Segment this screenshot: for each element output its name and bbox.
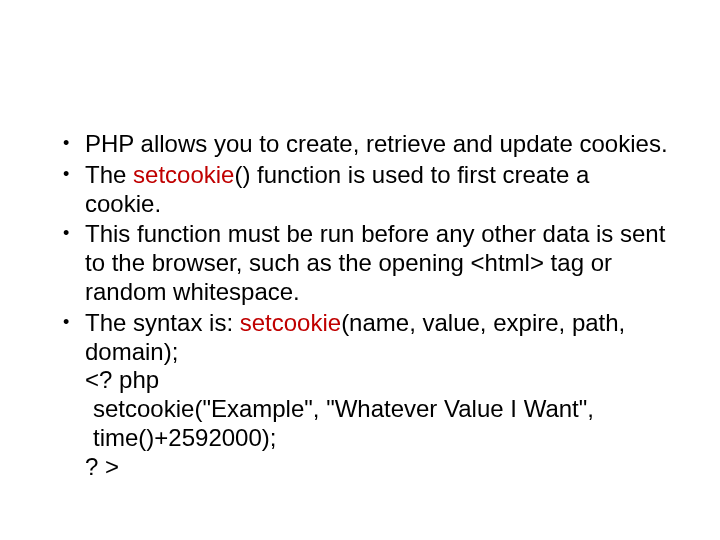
- bullet-text: This function must be run before any oth…: [85, 220, 665, 305]
- code-line: <? php: [85, 366, 670, 395]
- bullet-list: PHP allows you to create, retrieve and u…: [50, 130, 670, 482]
- highlight-text: setcookie: [133, 161, 234, 188]
- bullet-text: PHP allows you to create, retrieve and u…: [85, 130, 668, 157]
- bullet-item: PHP allows you to create, retrieve and u…: [85, 130, 670, 159]
- code-line: setcookie("Example", "Whatever Value I W…: [85, 395, 670, 453]
- highlight-text: setcookie: [240, 309, 341, 336]
- code-line: ? >: [85, 453, 670, 482]
- bullet-item: The syntax is: setcookie(name, value, ex…: [85, 309, 670, 482]
- bullet-item: This function must be run before any oth…: [85, 220, 670, 306]
- bullet-item: The setcookie() function is used to firs…: [85, 161, 670, 219]
- bullet-text: The syntax is:: [85, 309, 240, 336]
- bullet-text: The: [85, 161, 133, 188]
